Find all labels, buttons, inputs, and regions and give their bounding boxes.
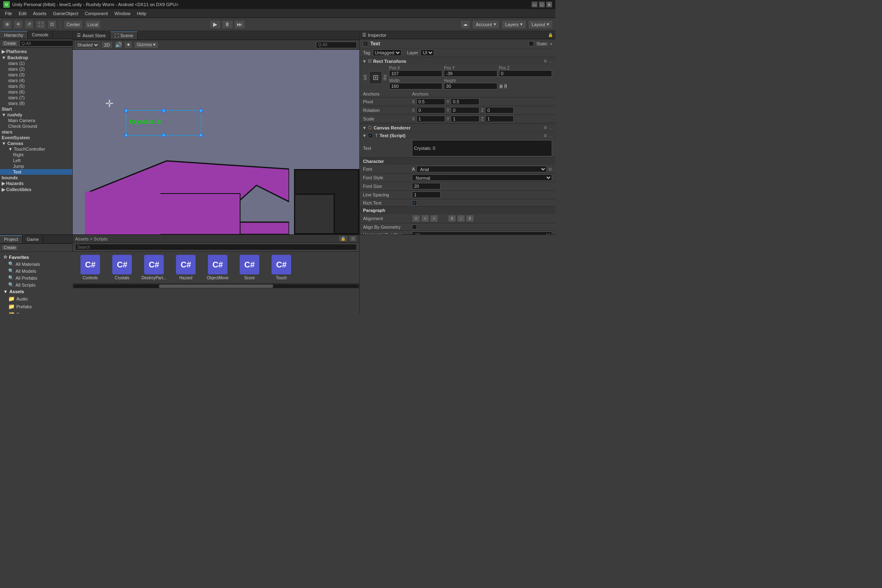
font-style-dropdown[interactable]: Normal: [412, 174, 552, 181]
minimize-button[interactable]: —: [532, 2, 537, 7]
text-script-settings[interactable]: ⚙: [543, 134, 547, 138]
center-toggle[interactable]: Center: [64, 20, 83, 29]
project-scrollbar[interactable]: [73, 283, 359, 288]
menu-edit[interactable]: Edit: [16, 10, 30, 17]
fx-toggle[interactable]: ✦: [124, 41, 132, 49]
sidebar-item-scenes[interactable]: 📁 Scenes: [0, 310, 73, 314]
sidebar-item-all-models[interactable]: 🔍 All Models: [0, 267, 73, 274]
menu-component[interactable]: Component: [81, 10, 111, 17]
handle-br[interactable]: [199, 134, 203, 137]
canvas-renderer-header[interactable]: ▼ ⬡ Canvas Renderer ⚙ …: [360, 124, 555, 131]
list-item[interactable]: Right: [0, 152, 72, 158]
list-item[interactable]: bounds: [0, 175, 72, 180]
pos-y-input[interactable]: [444, 70, 497, 77]
maximize-button[interactable]: □: [539, 2, 545, 7]
menu-file[interactable]: File: [2, 10, 16, 17]
font-size-input[interactable]: [412, 183, 441, 189]
step-button[interactable]: ⏭: [234, 20, 245, 29]
hierarchy-search[interactable]: [20, 40, 76, 47]
sidebar-item-all-materials[interactable]: 🔍 All Materials: [0, 261, 73, 267]
width-input[interactable]: [389, 83, 442, 89]
sidebar-item-all-scripts[interactable]: 🔍 All Scripts: [0, 281, 73, 288]
scale-x-input[interactable]: [416, 116, 445, 122]
canvas-settings[interactable]: ⚙: [543, 125, 547, 130]
list-item[interactable]: Main Camera: [0, 118, 72, 123]
project-search-input[interactable]: [75, 244, 357, 250]
2d-toggle[interactable]: 2D: [101, 41, 113, 49]
align-middle[interactable]: ↕: [457, 215, 465, 222]
menu-window[interactable]: Window: [111, 10, 134, 17]
list-item[interactable]: Start: [0, 106, 72, 112]
scale-z-input[interactable]: [485, 116, 514, 122]
list-item[interactable]: stars (5): [0, 83, 72, 89]
pos-x-input[interactable]: [389, 70, 442, 77]
pivot-x-input[interactable]: [416, 98, 445, 105]
tool-rect[interactable]: ⊡: [47, 20, 57, 29]
layers-dropdown[interactable]: Layers ▾: [501, 20, 526, 29]
list-item[interactable]: ▶ Hazards: [0, 180, 72, 187]
rect-btn-2[interactable]: R: [504, 83, 508, 89]
font-dropdown[interactable]: Arial: [416, 166, 547, 172]
menu-assets[interactable]: Assets: [30, 10, 50, 17]
local-toggle[interactable]: Local: [85, 20, 101, 29]
scrollbar-thumb[interactable]: [159, 285, 273, 288]
list-item[interactable]: Check Ground: [0, 123, 72, 129]
hierarchy-create-button[interactable]: Create: [2, 40, 18, 47]
handle-tr[interactable]: [199, 109, 203, 112]
menu-gameobject[interactable]: GameObject: [50, 10, 82, 17]
list-item[interactable]: Left: [0, 158, 72, 163]
scale-y-input[interactable]: [451, 116, 479, 122]
anchor-diagram[interactable]: [369, 71, 382, 84]
tab-console[interactable]: Console: [28, 31, 53, 39]
tag-dropdown[interactable]: Untagged: [373, 49, 401, 56]
list-item[interactable]: ▼ rushdy: [0, 112, 72, 118]
list-item[interactable]: ▼ TouchController: [0, 146, 72, 152]
close-button[interactable]: ✕: [546, 2, 552, 7]
tool-hand[interactable]: ⊕: [2, 20, 12, 29]
sound-toggle[interactable]: 🔊: [114, 41, 122, 49]
list-item[interactable]: stars: [0, 129, 72, 135]
rich-text-checkbox[interactable]: [412, 200, 417, 205]
project-lock-btn[interactable]: 🔒: [339, 236, 347, 242]
text-script-header[interactable]: ▼ T Text (Script) ⚙ …: [360, 132, 555, 139]
file-item-controls[interactable]: C# Controls: [76, 255, 105, 280]
handle-bl[interactable]: [125, 134, 128, 137]
handle-bc[interactable]: [162, 134, 165, 137]
project-create-button[interactable]: Create: [2, 245, 18, 251]
align-right[interactable]: ≡: [430, 215, 438, 222]
horiz-overflow-dropdown[interactable]: Wrap: [412, 232, 552, 234]
layer-dropdown[interactable]: UI: [421, 49, 434, 56]
cloud-button[interactable]: ☁: [460, 20, 470, 29]
list-item[interactable]: EventSystem: [0, 135, 72, 140]
tab-hierarchy[interactable]: Hierarchy: [0, 31, 28, 39]
static-dropdown-icon[interactable]: ▾: [550, 42, 552, 46]
file-item-score[interactable]: C# Score: [235, 255, 264, 280]
handle-tc[interactable]: [162, 109, 165, 112]
component-enable-checkbox[interactable]: [363, 41, 368, 46]
line-spacing-input[interactable]: [412, 192, 441, 198]
gizmos-dropdown[interactable]: Gizmos ▾: [134, 41, 158, 49]
tool-scale[interactable]: ⛶: [36, 20, 46, 29]
text-script-enable[interactable]: [368, 133, 373, 138]
shading-dropdown[interactable]: Shaded: [75, 41, 100, 49]
rect-transform-more[interactable]: …: [549, 59, 553, 63]
align-by-geom-checkbox[interactable]: [412, 225, 417, 229]
file-item-destroypart[interactable]: C# DestroyPart...: [140, 255, 168, 280]
file-item-objectmove[interactable]: C# ObjectMove: [203, 255, 232, 280]
scene-search[interactable]: [316, 42, 357, 48]
list-item[interactable]: ▼ Backdrop: [0, 55, 72, 60]
rect-transform-header[interactable]: ▼ ⊡ Rect Transform ⚙ …: [360, 57, 555, 65]
list-item[interactable]: stars (4): [0, 78, 72, 83]
list-item[interactable]: stars (2): [0, 66, 72, 72]
file-item-touch[interactable]: C# Touch: [267, 255, 296, 280]
list-item[interactable]: ▶ Platforms: [0, 49, 72, 55]
sidebar-item-all-prefabs[interactable]: 🔍 All Prefabs: [0, 274, 73, 281]
list-item[interactable]: stars (7): [0, 95, 72, 100]
rot-x-input[interactable]: [416, 107, 445, 114]
play-button[interactable]: ▶: [209, 20, 221, 29]
static-checkbox[interactable]: [529, 41, 534, 46]
text-content-input[interactable]: [412, 140, 552, 156]
list-item[interactable]: stars (6): [0, 89, 72, 95]
menu-help[interactable]: Help: [134, 10, 149, 17]
list-item[interactable]: stars (8): [0, 100, 72, 106]
